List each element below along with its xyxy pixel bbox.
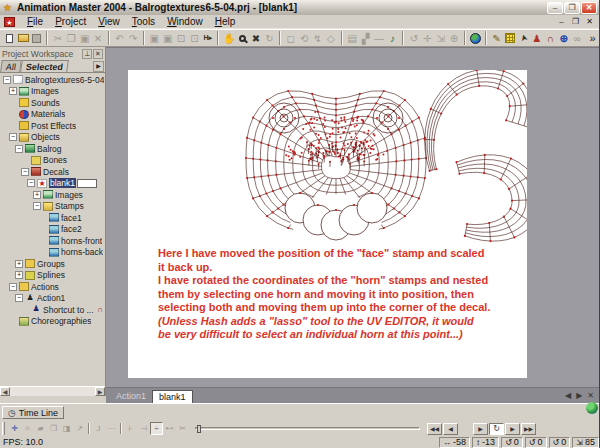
- doc-tab-action1[interactable]: Action1: [110, 390, 152, 403]
- tree-item-splines[interactable]: +Splines: [0, 270, 105, 282]
- menu-window[interactable]: Window: [161, 16, 209, 27]
- step-forward-button[interactable]: ▶: [505, 423, 520, 435]
- magnet-icon[interactable]: ∩: [544, 31, 557, 46]
- tree-item-materials[interactable]: +Materials: [0, 109, 105, 121]
- tree-item-horns-front[interactable]: +horns-front: [0, 235, 105, 247]
- tree-item-shortcut-to-[interactable]: +♟Shortcut to ...∩: [0, 304, 105, 316]
- tree-expander[interactable]: −: [27, 179, 35, 187]
- tree-item-images[interactable]: +Images: [0, 86, 105, 98]
- tree-expander[interactable]: +: [15, 271, 23, 279]
- tree-item-balrogtextures6-5-04[interactable]: −Balrogtextures6-5-04: [0, 74, 105, 86]
- tree-item-choreographies[interactable]: +Choreographies: [0, 316, 105, 328]
- tree-item-objects[interactable]: −Objects: [0, 132, 105, 144]
- frame-slider[interactable]: [195, 427, 420, 430]
- toolbar-overflow-icon[interactable]: »: [586, 31, 599, 46]
- move-tool-icon[interactable]: ✋: [222, 31, 235, 46]
- menu-project[interactable]: Project: [49, 16, 92, 27]
- app-window: ★ Animation Master 2004 - Balrogtextures…: [0, 0, 600, 448]
- select-tool-icon[interactable]: [517, 31, 530, 46]
- loop-button[interactable]: ↻: [489, 423, 504, 435]
- images-icon: [19, 87, 29, 96]
- slider-thumb[interactable]: [197, 425, 201, 433]
- globe-indicator-icon: [586, 402, 598, 414]
- pencil-icon[interactable]: ✎: [490, 31, 503, 46]
- scrollbar-trough[interactable]: [10, 387, 95, 396]
- document-icon[interactable]: ★: [4, 17, 15, 27]
- tab-prev-icon[interactable]: ◀: [565, 391, 571, 400]
- new-file-icon[interactable]: [3, 31, 16, 46]
- sound-icon[interactable]: ♪: [386, 31, 399, 46]
- tree-item-face1[interactable]: +face1: [0, 212, 105, 224]
- translate-manip-icon: ✛: [421, 31, 434, 46]
- open-file-icon[interactable]: [16, 31, 29, 46]
- menu-view[interactable]: View: [92, 16, 126, 27]
- timeline-tab[interactable]: ◷ Time Line: [2, 406, 64, 419]
- tree-horizontal-scrollbar[interactable]: ◀ ▶: [0, 386, 105, 396]
- tree-item-stamps[interactable]: −Stamps: [0, 201, 105, 213]
- tree-expander[interactable]: +: [15, 260, 23, 268]
- step-back-button[interactable]: ◀: [443, 423, 458, 435]
- menu-file[interactable]: File: [21, 16, 49, 27]
- tree-item-groups[interactable]: +Groups: [0, 258, 105, 270]
- tree-item-bones[interactable]: +Bones: [0, 155, 105, 167]
- scroll-left-icon[interactable]: ◀: [0, 387, 10, 396]
- groups-icon: [25, 259, 35, 268]
- uv-editor-icon[interactable]: [504, 31, 517, 46]
- tree-expander[interactable]: −: [33, 202, 41, 210]
- tree-expander[interactable]: −: [15, 294, 23, 302]
- child-minimize-button[interactable]: –: [556, 17, 567, 26]
- decal-canvas[interactable]: Here I have moved the position of the "f…: [128, 70, 527, 378]
- tool-split-icon[interactable]: ÷: [150, 422, 163, 435]
- tab-close-icon[interactable]: ✕: [587, 391, 594, 400]
- go-start-button[interactable]: ◀◀: [427, 423, 442, 435]
- rename-field[interactable]: [77, 179, 97, 188]
- tree-expander[interactable]: +: [9, 87, 17, 95]
- tree-expander[interactable]: −: [15, 145, 23, 153]
- title-bar[interactable]: ★ Animation Master 2004 - Balrogtextures…: [0, 0, 599, 15]
- zoom-tool-icon[interactable]: [236, 31, 249, 46]
- tab-overflow-icon[interactable]: ▶: [93, 61, 104, 72]
- tab-next-icon[interactable]: ▶: [576, 391, 582, 400]
- tree-item-decals[interactable]: −Decals: [0, 166, 105, 178]
- tree-expander[interactable]: −: [3, 76, 11, 84]
- tree-item-action1[interactable]: −♟Action1: [0, 293, 105, 305]
- tree-item-blank1[interactable]: −★blank1: [0, 178, 105, 190]
- pin-icon[interactable]: ⊥: [82, 49, 92, 59]
- tree-item-face2[interactable]: +face2: [0, 224, 105, 236]
- workspace-tab-all[interactable]: All: [0, 60, 22, 72]
- inet-icon[interactable]: ⊕: [557, 31, 570, 46]
- go-end-button[interactable]: ▶▶: [521, 423, 536, 435]
- toolbar-grip[interactable]: [2, 422, 5, 435]
- bound-tool-icon[interactable]: ✖: [249, 31, 262, 46]
- tree-item-actions[interactable]: −Actions: [0, 281, 105, 293]
- menu-help[interactable]: Help: [209, 16, 242, 27]
- tree-item-balrog[interactable]: −Balrog: [0, 143, 105, 155]
- tree-item-horns-back[interactable]: +horns-back: [0, 247, 105, 259]
- tree-item-sounds[interactable]: +Sounds: [0, 97, 105, 109]
- tree-expander[interactable]: −: [9, 133, 17, 141]
- child-restore-button[interactable]: ❐: [570, 17, 581, 26]
- panel-close-icon[interactable]: ✕: [93, 49, 103, 59]
- play-button[interactable]: ▶: [473, 423, 488, 435]
- tree-expander[interactable]: −: [9, 283, 17, 291]
- new-channel-icon[interactable]: ✛: [8, 422, 21, 435]
- tree-expander[interactable]: −: [21, 168, 29, 176]
- tree-expander[interactable]: +: [33, 191, 41, 199]
- lock-c-icon: ⊡: [174, 31, 187, 46]
- doc-tab-blank1[interactable]: blank1: [152, 390, 193, 403]
- restore-button[interactable]: ❐: [564, 2, 580, 14]
- menu-tools[interactable]: Tools: [126, 16, 161, 27]
- scroll-right-icon[interactable]: ▶: [95, 387, 105, 396]
- tree-item-images[interactable]: +Images: [0, 189, 105, 201]
- close-button[interactable]: ✕: [581, 2, 597, 14]
- figure-icon[interactable]: ♟: [530, 31, 543, 46]
- tree-item-post-effects[interactable]: +Post Effects: [0, 120, 105, 132]
- uv-editor-viewport[interactable]: Here I have moved the position of the "f…: [106, 47, 599, 403]
- minimize-button[interactable]: –: [547, 2, 563, 14]
- model-icon: [25, 144, 35, 153]
- hide-icon[interactable]: H▸: [201, 31, 214, 46]
- world-icon[interactable]: [469, 31, 482, 46]
- child-close-button[interactable]: ✕: [584, 17, 595, 26]
- workspace-tab-selected[interactable]: Selected: [20, 60, 69, 72]
- repose-mode-icon: ◇: [324, 31, 337, 46]
